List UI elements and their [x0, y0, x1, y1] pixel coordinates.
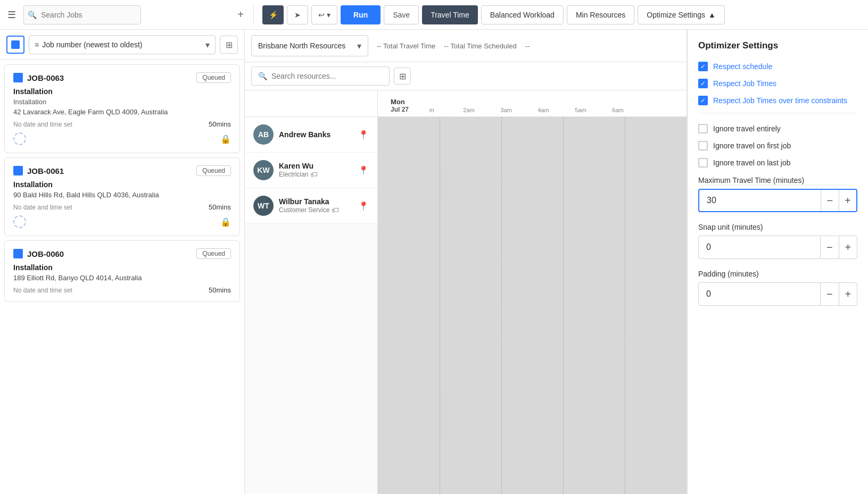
job-date-info: No date and time set	[13, 204, 72, 211]
padding-decrement-button[interactable]: −	[820, 282, 839, 306]
checkbox-label: Ignore travel on first job	[713, 141, 791, 150]
search-jobs-input[interactable]	[23, 5, 141, 24]
save-button[interactable]: Save	[384, 5, 419, 24]
stat-separator: --	[525, 42, 530, 50]
total-travel-time-stat: -- Total Travel Time	[377, 42, 435, 50]
search-jobs-wrapper: 🔍	[23, 5, 228, 24]
checkbox-row-ignore-travel-first[interactable]: Ignore travel on first job	[698, 141, 857, 150]
search-resources-icon: 🔍	[258, 72, 267, 80]
balanced-workload-button[interactable]: Balanced Workload	[481, 5, 564, 24]
resource-role: Electrician	[279, 171, 308, 178]
job-status-badge: Queued	[196, 165, 231, 176]
resource-info: Andrew Banks	[279, 130, 353, 139]
list-item[interactable]: KW Karen Wu Electrician 🏷 📍	[245, 153, 377, 188]
job-duration: 50mins	[209, 120, 231, 128]
time-label: m	[413, 107, 450, 113]
undo-button[interactable]: ↩ ▾	[311, 5, 337, 24]
job-type: Installation	[13, 263, 231, 272]
view-toggle-button[interactable]	[6, 36, 24, 54]
menu-icon[interactable]: ☰	[4, 6, 19, 24]
toolbar-left: ☰ 🔍 +	[4, 5, 249, 24]
checkbox-row-respect-job-times[interactable]: ✓ Respect Job Times	[698, 79, 857, 88]
snap-unit-decrement-button[interactable]: −	[820, 236, 839, 259]
resource-select[interactable]: Brisbane North Resources ▾	[251, 35, 368, 56]
job-panel: ≡ Job number (newest to oldest) ▾ ⊞ JOB-…	[0, 30, 245, 494]
dashed-line	[501, 117, 502, 494]
filter-button[interactable]: ⊞	[220, 36, 238, 54]
job-id-row: JOB-0063	[13, 73, 64, 82]
checkmark-icon: ✓	[700, 97, 706, 104]
stats-bar: -- Total Travel Time -- Total Time Sched…	[373, 42, 534, 50]
max-travel-time-decrement-button[interactable]: −	[821, 189, 839, 212]
resource-name: Andrew Banks	[279, 130, 353, 139]
toolbar-divider	[253, 4, 254, 26]
padding-increment-button[interactable]: +	[839, 282, 857, 306]
checkbox-row-ignore-travel-last[interactable]: Ignore travel on last job	[698, 158, 857, 168]
sort-label: Job number (newest to oldest)	[42, 40, 202, 49]
dashed-line	[440, 117, 440, 494]
job-date-info: No date and time set	[13, 287, 72, 294]
checkbox-row-respect-schedule[interactable]: ✓ Respect schedule	[698, 62, 857, 71]
run-button[interactable]: Run	[341, 5, 381, 24]
checkbox-ignore-travel-last[interactable]	[698, 158, 708, 168]
search-resources-input[interactable]	[271, 72, 383, 80]
job-card[interactable]: JOB-0061 Queued Installation 90 Bald Hil…	[4, 157, 240, 236]
job-footer: No date and time set 50mins	[13, 286, 231, 294]
job-duration: 50mins	[209, 203, 231, 211]
checkbox-respect-schedule[interactable]: ✓	[698, 62, 708, 71]
job-list: JOB-0063 Queued Installation Installatio…	[0, 60, 244, 494]
add-job-button[interactable]: +	[232, 6, 249, 23]
dashed-line	[563, 117, 564, 494]
list-item[interactable]: WT Wilbur Tanaka Customer Service 🏷 📍	[245, 188, 377, 224]
padding-input[interactable]	[699, 289, 820, 299]
checkbox-ignore-travel[interactable]	[698, 124, 708, 133]
location-icon: 📍	[358, 165, 369, 175]
resource-filter-button[interactable]: ⊞	[394, 68, 411, 85]
job-duration: 50mins	[209, 286, 231, 294]
resource-role: Customer Service	[279, 206, 329, 214]
job-status-badge: Queued	[196, 248, 231, 259]
send-button[interactable]: ➤	[287, 5, 308, 24]
job-card[interactable]: JOB-0063 Queued Installation Installatio…	[4, 64, 240, 153]
job-status-circle	[13, 215, 26, 228]
padding-input-row: − +	[698, 282, 857, 306]
checkbox-respect-job-times-constraints[interactable]: ✓	[698, 96, 708, 105]
timeline-date-label: Mon	[391, 98, 409, 106]
optimize-chevron-icon: ▲	[708, 11, 716, 19]
timeline-header: Mon Jul 27 m 2am 3am 4am 5am 6am	[378, 90, 687, 117]
resource-select-label: Brisbane North Resources	[258, 41, 354, 50]
checkbox-row-ignore-travel[interactable]: Ignore travel entirely	[698, 124, 857, 133]
max-travel-time-input[interactable]	[699, 196, 821, 205]
checkbox-respect-job-times[interactable]: ✓	[698, 79, 708, 88]
checkbox-row-respect-job-times-constraints[interactable]: ✓ Respect Job Times over time constraint…	[698, 96, 857, 105]
tag-icon: 🏷	[310, 170, 318, 179]
job-footer: No date and time set 50mins	[13, 120, 231, 128]
optimize-settings-button[interactable]: Optimize Settings ▲	[638, 5, 725, 24]
location-icon: 📍	[358, 130, 369, 140]
tag-icon: 🏷	[332, 206, 339, 214]
max-travel-time-increment-button[interactable]: +	[839, 189, 857, 212]
job-id-row: JOB-0060	[13, 249, 64, 258]
job-address: 42 Lavarack Ave, Eagle Farm QLD 4009, Au…	[13, 108, 231, 116]
max-travel-time-section: Maximum Travel Time (minutes) − +	[698, 176, 857, 212]
time-label: 3am	[487, 107, 525, 113]
travel-time-button[interactable]: Travel Time	[422, 5, 478, 24]
job-id-text: JOB-0061	[27, 166, 64, 175]
snap-unit-input-row: − +	[698, 236, 857, 259]
job-card[interactable]: JOB-0060 Queued Installation 189 Elliott…	[4, 240, 240, 302]
snap-unit-increment-button[interactable]: +	[839, 236, 857, 259]
time-label: 4am	[525, 107, 562, 113]
sort-select[interactable]: ≡ Job number (newest to oldest) ▾	[29, 35, 216, 54]
lock-icon: 🔒	[220, 134, 231, 144]
list-item[interactable]: AB Andrew Banks 📍	[245, 117, 377, 153]
min-resources-button[interactable]: Min Resources	[567, 5, 634, 24]
checkbox-label: Respect schedule	[713, 62, 772, 71]
job-status-circle	[13, 132, 26, 145]
snap-unit-input[interactable]	[699, 242, 820, 252]
job-card-header: JOB-0061 Queued	[13, 165, 231, 176]
schedule-search-bar: 🔍 ⊞	[245, 62, 687, 90]
max-travel-time-input-row: − +	[698, 189, 857, 212]
resource-info: Karen Wu Electrician 🏷	[279, 162, 353, 179]
lightning-button[interactable]: ⚡	[262, 5, 284, 24]
checkbox-ignore-travel-first[interactable]	[698, 141, 708, 150]
